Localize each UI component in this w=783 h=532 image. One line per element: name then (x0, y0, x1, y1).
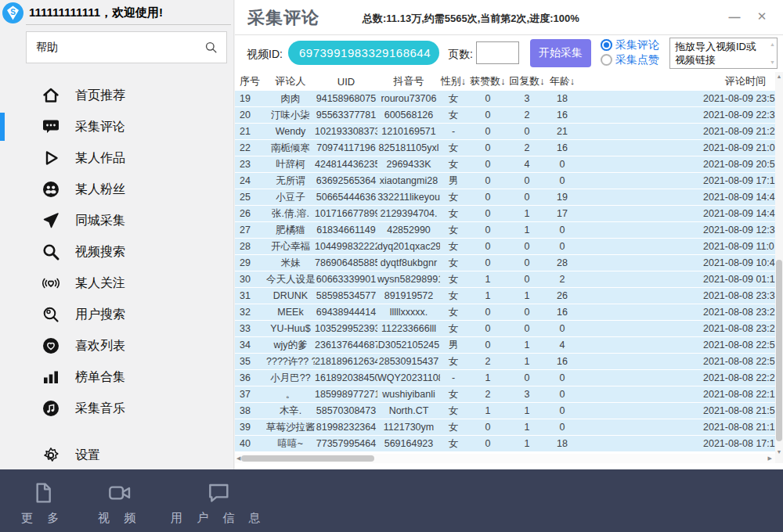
table-cell: 0 (467, 159, 509, 170)
column-header[interactable]: UID (315, 76, 377, 88)
table-cell: 112233666lll (377, 323, 440, 334)
table-cell: 23 (235, 159, 266, 170)
vertical-scrollbar[interactable]: ▲ ▼ (775, 72, 783, 463)
table-row[interactable]: 23叶辞柯424814436235...2969433K女0402021-08-… (235, 156, 775, 173)
user-info-button[interactable]: 用 户 信 息 (171, 480, 266, 526)
horizontal-scrollbar[interactable]: ◀ ▶ (235, 454, 775, 463)
table-cell: 汀味小柒 (266, 109, 315, 122)
table-cell: 1 (509, 208, 545, 219)
table-row[interactable]: 34wjy的爹236137644687...D3052105245男014202… (235, 337, 775, 354)
sidebar-item-city[interactable]: 同城采集 (0, 205, 235, 236)
column-header[interactable]: 性别↓ (440, 74, 467, 88)
help-search-box[interactable]: 帮助 (26, 31, 227, 63)
main-header: 采集评论 总数:11.13万,约需5565次,当前第2次,进度:100% — ✕ (235, 0, 783, 35)
search-icon[interactable] (204, 40, 218, 55)
radio-collect-likes[interactable]: 采集点赞 (601, 53, 659, 66)
start-collect-button[interactable]: 开始采集 (530, 39, 591, 67)
table-cell: North.CT (377, 405, 440, 416)
comment-icon (41, 117, 61, 137)
table-cell: 女 (440, 191, 467, 204)
table-cell: 女 (440, 142, 467, 155)
table-cell: 17 (545, 208, 579, 219)
table-row[interactable]: 22南栀倾寒70974117196825181105yxl女02162021-0… (235, 140, 775, 156)
table-cell: 0 (545, 323, 579, 334)
sidebar-item-works[interactable]: 某人作品 (0, 142, 235, 174)
table-cell: 0 (467, 192, 509, 203)
table-cell: 2129394704. (377, 208, 440, 219)
table-row[interactable]: 40嘻嘻~77357995464569164923女01182021-08-08… (235, 436, 775, 452)
table-cell: 0 (467, 340, 509, 350)
table-cell: 小豆子 (266, 191, 315, 204)
table-row[interactable]: 31DRUNK58598534577891919572女11262021-08-… (235, 288, 775, 304)
sidebar-item-follows[interactable]: 某人关注 (0, 268, 235, 299)
table-row[interactable]: 26张.倩.溶.1017166778992129394704.女01172021… (235, 206, 775, 222)
horizontal-scrollbar-thumb[interactable] (241, 455, 374, 462)
scroll-up-icon[interactable]: ▲ (770, 41, 775, 47)
table-row[interactable]: 30今天人设是...60663339901wysn582989913女10220… (235, 271, 775, 288)
sidebar-item-rankings[interactable]: 榜单合集 (0, 361, 235, 393)
sidebar-item-video-search[interactable]: 视频搜索 (0, 236, 235, 268)
minimize-button[interactable]: — (724, 6, 745, 27)
table-cell: 2021-08-09 12:3 (579, 225, 775, 235)
table-row[interactable]: 35????许?? ??...218189612634...2853091543… (235, 354, 775, 370)
column-header[interactable]: 抖音号 (377, 74, 440, 88)
table-cell: 0 (509, 257, 545, 268)
table-row[interactable]: 19肉肉94158968075rourou73706女03182021-08-0… (235, 91, 775, 107)
drop-import-area[interactable]: 拖放导入视频ID或视频链接 ▲ ▼ (669, 38, 778, 69)
table-cell: 891919572 (377, 290, 440, 301)
table-row[interactable]: 20汀味小柒95563377781600568126女02162021-08-0… (235, 107, 775, 124)
table-cell: 0 (509, 372, 545, 383)
sidebar-item-music[interactable]: 采集音乐 (0, 393, 235, 424)
column-header[interactable]: 年龄↓ (545, 74, 579, 88)
scroll-right-icon[interactable]: ▶ (768, 455, 772, 462)
sidebar-item-fans[interactable]: 某人粉丝 (0, 174, 235, 205)
table-row[interactable]: 24无所谓63692565364xiaotangmi28男0002021-08-… (235, 173, 775, 189)
table-cell: 2021-08-08 23:2 (579, 307, 775, 318)
table-cell: DRUNK (266, 290, 315, 301)
vertical-scrollbar-thumb[interactable] (776, 260, 782, 441)
table-row[interactable]: 27肥橘猫6183466114942852990女0102021-08-09 1… (235, 222, 775, 239)
table-row[interactable]: 28开心幸福104499832222dyq201qxac29女0002021-0… (235, 239, 775, 255)
column-header[interactable]: 获赞数↓ (467, 74, 509, 88)
sidebar-item-likes[interactable]: 喜欢列表 (0, 330, 235, 361)
table-cell: 2 (467, 356, 509, 367)
table-row[interactable]: 36小月巴??161892038450...WQY20231108-100202… (235, 370, 775, 386)
table-row[interactable]: 37。185998977271...wushiyibanli女2302021-0… (235, 386, 775, 403)
table-row[interactable]: 25小豆子50665444636332211likeyou女00192021-0… (235, 189, 775, 206)
column-header[interactable]: 回复数↓ (509, 74, 545, 88)
column-header[interactable]: 序号 (235, 74, 266, 88)
table-row[interactable]: 38木辛.58570308473North.CT女1102021-08-08 2… (235, 403, 775, 419)
table-row[interactable]: 29米妹786906485885...dyqtf8ukbgnr女00282021… (235, 255, 775, 271)
table-cell: 19 (235, 93, 266, 104)
table-cell: wushiyibanli (377, 389, 440, 400)
more-button[interactable]: 更 多 (21, 480, 64, 526)
scroll-down-icon[interactable]: ▼ (775, 449, 783, 455)
scroll-down-icon[interactable]: ▼ (770, 59, 775, 65)
table-cell: 69438944414 (315, 307, 377, 318)
scroll-up-icon[interactable]: ▲ (775, 74, 783, 80)
radio-collect-comments[interactable]: 采集评论 (601, 38, 659, 52)
sidebar-item-user-search[interactable]: 用户搜索 (0, 299, 235, 330)
table-cell: 女 (440, 306, 467, 319)
scroll-left-icon[interactable]: ◀ (236, 455, 240, 462)
sidebar-item-label: 采集评论 (75, 119, 125, 135)
radio-selected-icon[interactable] (601, 39, 612, 51)
radio-unselected-icon[interactable] (601, 54, 612, 66)
table-row[interactable]: 39草莓沙拉酱819982323641121730ym女0102021-08-0… (235, 419, 775, 436)
video-button[interactable]: 视 频 (98, 480, 141, 526)
pages-input[interactable] (476, 41, 519, 64)
table-row[interactable]: 33YU-Huu$103529952393112233666lll女000202… (235, 321, 775, 337)
radio-label: 采集点赞 (615, 53, 659, 67)
close-button[interactable]: ✕ (752, 6, 772, 27)
table-row[interactable]: 32MEEk69438944414lllllxxxxx.女00162021-08… (235, 304, 775, 321)
table-cell: 男 (440, 174, 467, 188)
sidebar-item-home[interactable]: 首页推荐 (0, 80, 235, 111)
column-header[interactable]: 评论时间 (579, 74, 775, 88)
column-header[interactable]: 评论人 (266, 74, 315, 88)
video-id-input[interactable]: 6973991983329168644 (288, 41, 439, 65)
sidebar-item-comments[interactable]: 采集评论 (0, 111, 235, 142)
table-cell: 女 (440, 388, 467, 401)
table-row[interactable]: 21Wendy1021933083731210169571-00212021-0… (235, 124, 775, 140)
table-cell: 70974117196 (315, 142, 377, 153)
table-cell: 女 (440, 404, 467, 418)
